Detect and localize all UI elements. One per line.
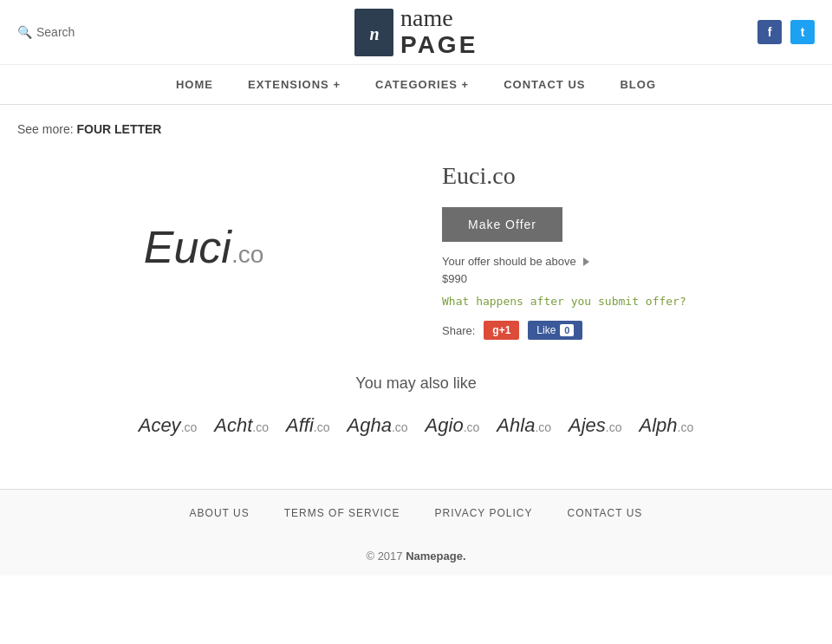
footer-nav-item-privacy[interactable]: PRIVACY POLICY — [435, 507, 533, 519]
domain-card-tld: .co — [678, 420, 694, 434]
nav-item-blog[interactable]: BLOG — [620, 78, 656, 91]
also-like-grid: Acey.coAcht.coAffi.coAgha.coAgio.coAhla.… — [17, 414, 815, 437]
site-logo[interactable]: n name PAGE — [354, 5, 478, 59]
arrow-right-icon — [583, 257, 589, 266]
domain-card[interactable]: Acht.co — [214, 414, 269, 437]
also-like-title: You may also like — [17, 374, 815, 393]
fb-like-label: Like — [536, 324, 556, 336]
share-label: Share: — [442, 324, 475, 337]
logo-text: name PAGE — [400, 5, 478, 59]
domain-card-tld: .co — [392, 420, 408, 434]
make-offer-button[interactable]: Make Offer — [442, 207, 562, 242]
twitter-icon[interactable]: t — [790, 20, 815, 44]
domain-area: Euci.co Euci.co Make Offer Your offer sh… — [17, 153, 815, 340]
nav-item-contact[interactable]: CONTACT US — [504, 78, 585, 91]
domain-card-tld: .co — [181, 420, 198, 434]
footer-nav-item-contact[interactable]: CONTACT US — [567, 507, 642, 519]
domain-card-tld: .co — [252, 420, 269, 434]
domain-card-name: Alph.co — [640, 414, 694, 436]
domain-card-name: Affi.co — [286, 414, 329, 436]
domain-card[interactable]: Affi.co — [286, 414, 329, 437]
footer-copyright: © 2017 Namepage. — [0, 537, 832, 576]
nav-item-home[interactable]: HOME — [176, 78, 213, 91]
social-links: f t — [757, 20, 815, 44]
main-nav: HOME EXTENSIONS + CATEGORIES + CONTACT U… — [0, 65, 832, 105]
search-icon: 🔍 — [17, 25, 32, 39]
fb-like-count: 0 — [560, 324, 574, 336]
header: 🔍 Search n name PAGE f t — [0, 0, 832, 65]
facebook-like-button[interactable]: Like 0 — [528, 321, 582, 340]
offer-process-link[interactable]: What happens after you submit offer? — [442, 295, 686, 308]
domain-card-tld: .co — [464, 420, 480, 434]
logo-icon: n — [354, 9, 393, 56]
domain-card-tld: .co — [314, 420, 330, 434]
domain-logo-area: Euci.co — [17, 153, 390, 340]
search-button[interactable]: 🔍 Search — [17, 25, 75, 39]
domain-display-name: Euci.co — [144, 221, 264, 273]
offer-price: $990 — [442, 272, 815, 285]
copyright-year: © 2017 — [366, 550, 402, 563]
footer-nav: ABOUT USTERMS OF SERVICEPRIVACY POLICYCO… — [0, 489, 832, 537]
main-content: See more: FOUR LETTER Euci.co Euci.co Ma… — [0, 105, 832, 489]
domain-card[interactable]: Ahla.co — [497, 414, 551, 437]
google-plus-button[interactable]: g+1 — [484, 321, 519, 340]
domain-card-name: Ajes.co — [569, 414, 621, 436]
search-label: Search — [36, 25, 75, 39]
domain-card-name: Agio.co — [426, 414, 480, 436]
facebook-icon[interactable]: f — [757, 20, 782, 44]
also-like-section: You may also like Acey.coAcht.coAffi.coA… — [17, 374, 815, 437]
domain-tld: .co — [231, 241, 263, 268]
domain-card[interactable]: Ajes.co — [569, 414, 621, 437]
footer-nav-item-about[interactable]: ABOUT US — [190, 507, 250, 519]
footer-site-link[interactable]: Namepage. — [406, 550, 465, 563]
nav-item-categories[interactable]: CATEGORIES + — [375, 78, 469, 91]
domain-title: Euci.co — [442, 162, 815, 190]
domain-card-tld: .co — [606, 420, 622, 434]
see-more-value[interactable]: FOUR LETTER — [76, 122, 161, 136]
logo-page: PAGE — [400, 32, 478, 59]
see-more-prefix: See more: — [17, 122, 74, 136]
svg-text:n: n — [369, 24, 379, 43]
domain-card[interactable]: Agha.co — [348, 414, 408, 437]
domain-main-name: Euci — [144, 222, 231, 272]
domain-card-name: Ahla.co — [497, 414, 551, 436]
breadcrumb: See more: FOUR LETTER — [17, 122, 815, 136]
footer-nav-item-terms[interactable]: TERMS OF SERVICE — [284, 507, 400, 519]
domain-info: Euci.co Make Offer Your offer should be … — [442, 153, 815, 340]
domain-card[interactable]: Acey.co — [139, 414, 198, 437]
nav-item-extensions[interactable]: EXTENSIONS + — [248, 78, 341, 91]
domain-card[interactable]: Agio.co — [426, 414, 480, 437]
domain-card-tld: .co — [535, 420, 551, 434]
domain-card[interactable]: Alph.co — [640, 414, 694, 437]
logo-name: name — [400, 5, 478, 32]
domain-card-name: Agha.co — [348, 414, 408, 436]
offer-hint: Your offer should be above — [442, 255, 815, 268]
domain-card-name: Acht.co — [214, 414, 269, 436]
domain-card-name: Acey.co — [139, 414, 198, 436]
share-row: Share: g+1 Like 0 — [442, 321, 815, 340]
